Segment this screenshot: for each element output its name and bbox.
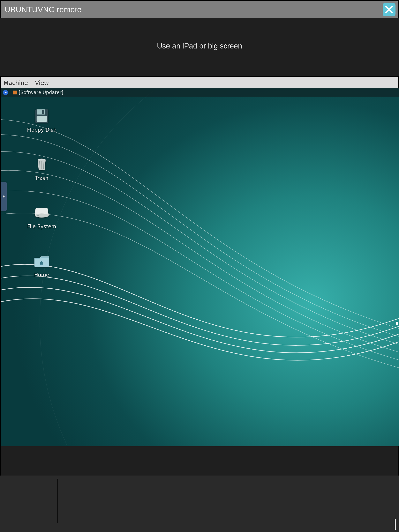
close-button[interactable] — [383, 3, 395, 16]
desktop-icon-label: Home — [34, 272, 49, 278]
svg-rect-5 — [37, 116, 47, 122]
hint-text: Use an iPad or big screen — [0, 42, 399, 50]
taskbar-item-software-updater[interactable]: [Software Updater] — [11, 89, 65, 96]
window-title: UBUNTUVNC remote — [5, 5, 82, 14]
drive-icon — [33, 204, 50, 221]
xfce-panel: [Software Updater] — [1, 89, 399, 97]
trash-icon — [33, 156, 50, 172]
side-panel-handle[interactable] — [1, 182, 7, 211]
desktop-icon-floppy[interactable]: Floppy Disk — [18, 108, 65, 133]
vm-menubar: Machine View — [1, 77, 398, 89]
desktop-icon-filesystem[interactable]: File System — [18, 204, 65, 229]
outer-titlebar: UBUNTUVNC remote — [1, 1, 398, 18]
svg-rect-9 — [37, 215, 39, 215]
desktop-icon-trash[interactable]: Trash — [18, 156, 65, 181]
whisker-menu-icon[interactable] — [3, 90, 8, 95]
desktop-icon-label: Trash — [35, 175, 49, 181]
close-icon — [384, 5, 394, 14]
lower-band — [1, 446, 398, 475]
svg-rect-4 — [42, 110, 45, 114]
menu-view[interactable]: View — [35, 79, 49, 86]
floppy-disk-icon — [33, 108, 50, 124]
keyboard-divider — [57, 479, 58, 523]
desktop-icon-home[interactable]: Home — [18, 253, 65, 278]
software-updater-icon — [13, 90, 17, 95]
desktop-icon-label: File System — [27, 223, 56, 229]
mouse-cursor — [396, 322, 398, 325]
taskbar-item-label: [Software Updater] — [19, 90, 63, 95]
menu-machine[interactable]: Machine — [4, 79, 28, 86]
desktop-icons: Floppy Disk Trash File Sy — [18, 108, 65, 301]
desktop-icon-label: Floppy Disk — [27, 127, 57, 133]
keyboard-area[interactable] — [0, 475, 399, 532]
remote-desktop[interactable]: [Software Updater] Floppy Disk — [1, 89, 399, 446]
text-caret — [395, 519, 396, 530]
home-folder-icon — [33, 253, 50, 269]
svg-point-1 — [40, 89, 399, 446]
svg-point-8 — [35, 213, 49, 217]
